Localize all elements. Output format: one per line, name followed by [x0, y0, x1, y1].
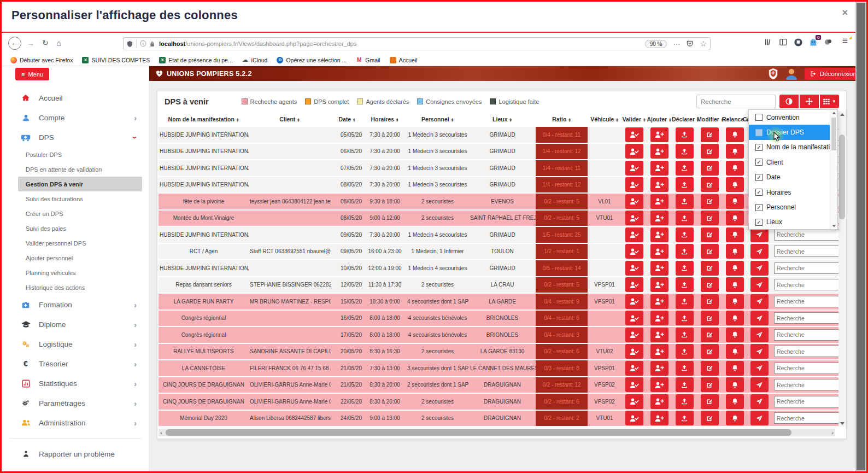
- valider-button[interactable]: [625, 377, 643, 392]
- valider-button[interactable]: [625, 261, 643, 276]
- personnel-search-input[interactable]: [774, 229, 838, 241]
- personnel-search-input[interactable]: [774, 262, 838, 274]
- modifier-button[interactable]: [701, 194, 719, 209]
- sidebar-subitem-postuler-dps[interactable]: Postuler DPS: [18, 147, 142, 162]
- ajouter-button[interactable]: [650, 144, 668, 159]
- modifier-button[interactable]: [701, 127, 719, 142]
- valider-button[interactable]: [625, 277, 643, 292]
- home-icon[interactable]: ⌂: [56, 38, 61, 48]
- sidebar-subitem-suivi-des-paies[interactable]: Suivi des paies: [18, 221, 142, 236]
- declarer-button[interactable]: [676, 328, 694, 342]
- sidebar-item-tr-sorier[interactable]: €Trésorier›: [2, 354, 149, 373]
- sidebar-subitem-gestion-dps-venir[interactable]: Gestion DPS à venir: [18, 177, 142, 191]
- column-option-client[interactable]: Client: [749, 155, 837, 170]
- move-columns-button[interactable]: [800, 95, 819, 108]
- relance-button[interactable]: [726, 361, 744, 376]
- menu-hamburger-icon[interactable]: ≡: [842, 36, 848, 46]
- declarer-button[interactable]: [676, 244, 694, 259]
- column-option-date[interactable]: Date: [749, 170, 837, 185]
- refresh-icon[interactable]: ↻: [42, 38, 49, 47]
- send-consignes-button[interactable]: [750, 411, 769, 425]
- sort-icon[interactable]: ▲▼: [643, 118, 646, 122]
- modifier-button[interactable]: [701, 161, 719, 176]
- valider-button[interactable]: [625, 227, 643, 242]
- relance-button[interactable]: [726, 194, 744, 209]
- star-icon[interactable]: ☆: [700, 39, 707, 48]
- bookmark-item[interactable]: DOpérez une sélection ...: [277, 57, 347, 63]
- modifier-button[interactable]: [701, 177, 719, 192]
- declarer-button[interactable]: [676, 227, 694, 242]
- pocket-icon[interactable]: [686, 40, 694, 48]
- modifier-button[interactable]: [701, 344, 719, 359]
- sidebar-item-dps[interactable]: DPS›: [2, 127, 149, 147]
- table-vertical-scrollbar[interactable]: [838, 112, 846, 427]
- relance-button[interactable]: [726, 311, 744, 325]
- personnel-search-input[interactable]: [774, 379, 838, 390]
- column-header-valider[interactable]: Valider▲▼: [621, 116, 647, 122]
- ajouter-button[interactable]: [650, 344, 668, 359]
- scroll-down-icon[interactable]: [832, 225, 835, 227]
- send-consignes-button[interactable]: [750, 311, 769, 325]
- info-icon[interactable]: ⓘ: [140, 39, 146, 49]
- relance-button[interactable]: [726, 344, 744, 359]
- bookmark-item[interactable]: ☁iCloud: [242, 57, 268, 63]
- ajouter-button[interactable]: [650, 294, 668, 309]
- relance-button[interactable]: [726, 144, 744, 159]
- bookmark-item[interactable]: XSUIVI DES COMPTES: [82, 57, 150, 63]
- modifier-button[interactable]: [701, 411, 719, 425]
- zoom-level-badge[interactable]: 90 %: [645, 40, 667, 48]
- valider-button[interactable]: [625, 144, 643, 159]
- ajouter-button[interactable]: [650, 211, 668, 225]
- sort-icon[interactable]: ▲▼: [396, 118, 398, 122]
- column-header-date[interactable]: Date▲▼: [331, 116, 363, 122]
- declarer-button[interactable]: [676, 127, 694, 142]
- column-header-lieux[interactable]: Lieux▲▼: [469, 116, 536, 122]
- relance-button[interactable]: [726, 177, 744, 192]
- column-option-dossier-dps[interactable]: Dossier DPS: [749, 125, 837, 139]
- relance-button[interactable]: [726, 411, 744, 425]
- valider-button[interactable]: [625, 211, 643, 225]
- sort-icon[interactable]: ▲▼: [353, 118, 355, 122]
- declarer-button[interactable]: [676, 361, 694, 376]
- valider-button[interactable]: [625, 161, 643, 176]
- ajouter-button[interactable]: [650, 127, 668, 142]
- column-option-nom-de-la-manifestation[interactable]: Nom de la manifestation: [749, 140, 837, 155]
- column-chooser-button[interactable]: ▼: [820, 95, 839, 108]
- scroll-up-icon[interactable]: [832, 112, 835, 114]
- ajouter-button[interactable]: [650, 361, 668, 376]
- ajouter-button[interactable]: [650, 161, 668, 176]
- page-actions-icon[interactable]: ⋯: [673, 40, 680, 48]
- modifier-button[interactable]: [701, 311, 719, 325]
- sidebar-item-diplome[interactable]: Diplome›: [2, 314, 149, 334]
- logout-button[interactable]: Déconnexion: [805, 68, 862, 80]
- sidebars-icon[interactable]: [779, 38, 788, 46]
- send-consignes-button[interactable]: [750, 294, 769, 309]
- relance-button[interactable]: [726, 127, 744, 142]
- sidebar-item-accueil[interactable]: Accueil: [2, 88, 149, 108]
- declarer-button[interactable]: [676, 377, 694, 392]
- valider-button[interactable]: [625, 344, 643, 359]
- scrollbar-thumb[interactable]: [831, 118, 836, 150]
- sort-icon[interactable]: ▲▼: [236, 118, 239, 122]
- bookmark-item[interactable]: Accueil: [390, 57, 418, 63]
- send-consignes-button[interactable]: [750, 261, 769, 276]
- close-icon[interactable]: ×: [842, 7, 848, 19]
- personnel-search-input[interactable]: [774, 412, 838, 424]
- url-bar[interactable]: ⓘ localhost/unions-pompiers.fr/Views/das…: [123, 37, 711, 50]
- checkbox-icon[interactable]: [755, 219, 763, 226]
- valider-button[interactable]: [625, 294, 643, 309]
- modifier-button[interactable]: [701, 328, 719, 342]
- personnel-search-input[interactable]: [774, 346, 838, 357]
- valider-button[interactable]: [625, 244, 643, 259]
- sort-icon[interactable]: ▲▼: [668, 118, 671, 122]
- ajouter-button[interactable]: [650, 377, 668, 392]
- scroll-left-icon[interactable]: ‹: [160, 429, 162, 436]
- avatar[interactable]: [785, 67, 798, 80]
- sidebar-subitem-valider-personnel-dps[interactable]: Valider personnel DPS: [18, 236, 142, 250]
- sort-icon[interactable]: ▲▼: [297, 118, 300, 122]
- sort-icon[interactable]: ▲▼: [568, 118, 571, 122]
- modifier-button[interactable]: [701, 211, 719, 225]
- sort-icon[interactable]: ▲▼: [615, 118, 618, 122]
- checkbox-icon[interactable]: [755, 114, 763, 121]
- modifier-button[interactable]: [701, 294, 719, 309]
